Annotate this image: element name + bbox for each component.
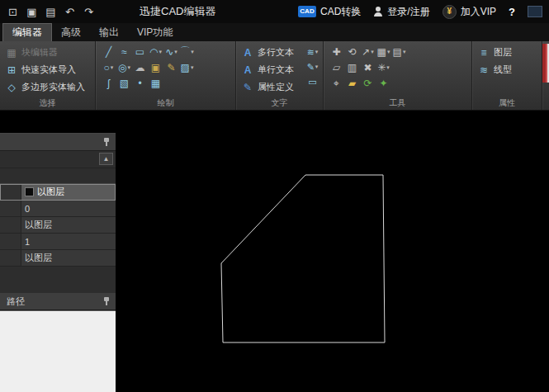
linetype-button[interactable]: ≋ 线型 [474,61,540,78]
single-line-text-button[interactable]: A 单行文本 [238,61,305,78]
tab-advanced[interactable]: 高级 [52,24,90,41]
tab-vip-features[interactable]: VIP功能 [128,24,182,41]
properties-tool-icon-glyph: ▤ [393,46,402,58]
refresh-icon-glyph: ⟳ [363,78,372,89]
pin-icon[interactable] [102,296,111,306]
copy-icon[interactable]: ▱ [329,60,343,74]
login-register-button[interactable]: 登录/注册 [373,5,429,19]
save-icon[interactable]: ▣ [24,3,40,20]
linetype-label: 线型 [494,64,512,76]
ellipse-icon-glyph: ◎ [118,62,126,73]
tab-output[interactable]: 输出 [90,24,128,41]
path-panel-header[interactable]: 路径 [0,293,116,310]
ellipse-icon[interactable]: ◎▾ [117,60,131,74]
sketch-icon[interactable]: ʃ [102,76,116,90]
dropdown-caret[interactable]: ▾ [174,49,177,55]
draw-icon-row-3: ʃ▧•▦ [97,75,234,91]
polygon-entity-input-button[interactable]: ◇ 多边形实体输入 [2,78,93,96]
app-title: 迅捷CAD编辑器 [140,4,215,19]
line-icon[interactable]: ╱ [102,45,116,59]
refresh-icon[interactable]: ⟳ [361,76,375,90]
text-edit-icon[interactable]: ✎▾ [305,60,319,73]
properties-panel-header[interactable] [0,134,116,151]
image-icon[interactable]: ▣ [149,60,163,74]
save-icon-glyph: ▣ [26,6,36,18]
property-row-layer[interactable]: 0 [0,201,116,217]
erase-icon[interactable]: ✖ [361,60,375,74]
gradient-icon[interactable]: ▧ [117,76,131,90]
measure-icon[interactable]: ⌖ [329,76,343,90]
rotate-icon[interactable]: ⟲ [345,45,359,59]
tab-editor[interactable]: 编辑器 [2,23,52,41]
property-row-color[interactable]: 以图层 [0,184,116,201]
arc-icon[interactable]: ◠▾ [149,45,163,59]
feedback-icon[interactable] [528,6,542,17]
paste-icon[interactable]: ▥ [345,60,359,74]
point-icon-glyph: • [138,78,141,89]
spline-icon-glyph: ∿ [165,46,173,58]
pencil-icon[interactable]: ✎ [164,60,178,74]
text-frame-icon[interactable]: ▭ [305,75,319,88]
table-icon[interactable]: ▦ [149,76,163,90]
ribbon-group-select: ▦ 块编辑器 ⊞ 快速实体导入 ◇ 多边形实体输入 选择 [0,41,96,110]
user-icon [373,7,383,17]
dropdown-caret[interactable]: ▾ [159,49,162,55]
cad-convert-button[interactable]: CAD CAD转换 [298,5,361,19]
dropdown-caret[interactable]: ▾ [191,49,194,55]
block-editor-button[interactable]: ▦ 块编辑器 [2,44,93,61]
explode-icon[interactable]: ✳▾ [376,60,390,74]
login-register-label: 登录/注册 [387,5,429,19]
scale-icon[interactable]: ↗▾ [361,45,375,59]
property-row-scale[interactable]: 1 [0,234,116,250]
spline-icon[interactable]: ∿▾ [164,45,178,59]
drawn-polygon[interactable] [221,175,385,342]
draw-icon-row-1: ╱≈▭◠▾∿▾⌒▾ [97,44,234,59]
dropdown-caret[interactable]: ▾ [127,64,130,71]
property-row-linetype[interactable]: 以图层 [0,217,116,234]
attribute-define-button[interactable]: ✎ 属性定义 [238,78,305,96]
scale-icon-glyph: ↗ [362,46,370,58]
dropdown-caret[interactable]: ▾ [191,64,194,71]
layer-button[interactable]: ≡ 图层 [474,44,540,61]
property-row-lineweight[interactable]: 以图层 [0,250,116,267]
folder-icon[interactable]: ▰ [345,76,359,90]
star-icon[interactable]: ✦ [376,76,390,90]
layer-label: 图层 [494,46,512,59]
tools-icon-row-2: ▱▥✖✳▾ [325,59,470,75]
help-button[interactable]: ? [509,6,515,18]
dropdown-caret[interactable]: ▾ [403,49,406,55]
leader-icon[interactable]: ⌒▾ [180,45,194,59]
dropdown-caret[interactable]: ▾ [371,49,374,55]
property-name-stub [0,250,21,266]
polyline-icon[interactable]: ≈ [117,45,131,59]
undo-icon[interactable]: ↶ [62,3,78,20]
revision-cloud-icon[interactable]: ☁ [133,60,147,74]
pencil-icon-glyph: ✎ [167,62,175,73]
text-style-icon[interactable]: ≋▾ [305,45,319,59]
properties-tool-icon[interactable]: ▤▾ [392,45,406,59]
array-icon-glyph: ▦ [377,46,386,58]
undo-icon-glyph: ↶ [65,6,74,18]
join-vip-button[interactable]: ¥ 加入VIP [443,5,496,19]
dropdown-caret[interactable]: ▾ [315,49,319,55]
rectangle-icon[interactable]: ▭ [133,45,147,59]
redo-icon[interactable]: ↷ [81,3,97,20]
dropdown-caret[interactable]: ▾ [315,64,319,70]
scroll-up-button[interactable]: ▲ [99,153,113,165]
quick-entity-import-button[interactable]: ⊞ 快速实体导入 [2,61,93,78]
dropdown-caret[interactable]: ▾ [111,64,114,71]
print-icon[interactable]: ▤ [43,3,59,20]
properties-panel: ▲ 以图层 0 以图层 [0,133,116,392]
property-name-stub [0,184,21,200]
dropdown-caret[interactable]: ▾ [387,49,390,55]
multiline-text-button[interactable]: A 多行文本 [238,44,305,61]
move-icon[interactable]: ✚ [329,45,343,59]
dropdown-caret[interactable]: ▾ [386,64,390,71]
hatch-icon[interactable]: ▨▾ [180,60,194,74]
pin-icon[interactable] [102,137,111,147]
redo-icon-glyph: ↷ [84,6,93,18]
circle-icon[interactable]: ○▾ [102,60,116,74]
app-icon[interactable]: ⊡ [5,3,21,20]
point-icon[interactable]: • [133,76,147,90]
array-icon[interactable]: ▦▾ [376,45,390,59]
